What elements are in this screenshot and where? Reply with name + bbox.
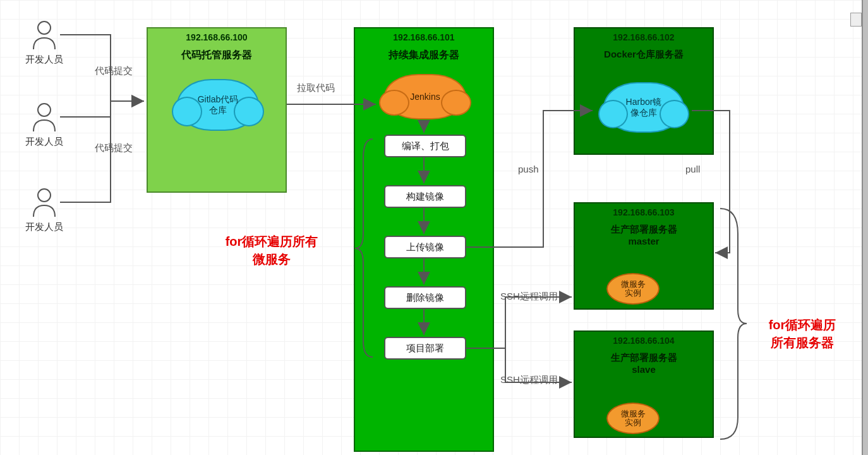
ellipse-label: 微服务 实例 (621, 410, 646, 428)
server-ip: 192.168.66.102 (575, 32, 713, 42)
server-title: 生产部署服务器 slave (575, 352, 713, 375)
jenkins-cloud-icon: Jenkins (384, 74, 466, 119)
ellipse-label: 微服务 实例 (621, 280, 646, 298)
edge-label-commit: 代码提交 (95, 65, 133, 77)
page-binding-edge (862, 0, 868, 455)
developer-label: 开发人员 (19, 221, 69, 233)
step-compile-package: 编译、打包 (384, 135, 466, 157)
step-label: 项目部署 (406, 343, 444, 355)
step-label: 构建镜像 (406, 191, 444, 203)
person-icon (28, 19, 60, 51)
person-icon (28, 101, 60, 133)
server-title: 生产部署服务器 master (575, 224, 713, 246)
gitlab-cloud-icon: Gitlab代码 仓库 (177, 79, 259, 131)
server-ip: 192.168.66.100 (148, 32, 286, 42)
microservice-instance-ellipse: 微服务 实例 (606, 403, 660, 434)
edge-label-ssh: SSH远程调用 (500, 374, 558, 386)
svg-point-2 (38, 189, 51, 202)
note-for-loop-microservices: for循环遍历所有 微服务 (202, 233, 341, 268)
cloud-label: Harbor镜 像仓库 (626, 97, 662, 118)
step-build-image: 构建镜像 (384, 185, 466, 208)
developer-label: 开发人员 (19, 136, 69, 148)
harbor-cloud-icon: Harbor镜 像仓库 (603, 82, 684, 133)
edge-label-commit: 代码提交 (95, 142, 133, 154)
step-remove-image: 删除镜像 (384, 286, 466, 309)
developer-label: 开发人员 (19, 54, 69, 66)
edge-label-push: push (518, 164, 539, 174)
edge-label-pull-code: 拉取代码 (297, 82, 335, 94)
edge-label-ssh: SSH远程调用 (500, 291, 558, 303)
server-title: Docker仓库服务器 (575, 49, 713, 61)
step-label: 上传镜像 (406, 241, 444, 253)
step-deploy: 项目部署 (384, 337, 466, 360)
edge-label-pull: pull (685, 164, 700, 174)
cloud-label: Jenkins (410, 92, 440, 102)
person-icon (28, 186, 60, 218)
cloud-label: Gitlab代码 仓库 (198, 94, 239, 116)
svg-point-1 (38, 104, 51, 116)
microservice-instance-ellipse: 微服务 实例 (606, 273, 660, 305)
server-ip: 192.168.66.101 (355, 32, 493, 42)
step-label: 编译、打包 (402, 140, 449, 152)
page-corner-mark (850, 13, 862, 27)
server-title: 代码托管服务器 (148, 49, 286, 62)
server-title: 持续集成服务器 (355, 49, 493, 62)
svg-point-0 (38, 21, 51, 34)
server-ip: 192.168.66.103 (575, 207, 713, 217)
server-ip: 192.168.66.104 (575, 336, 713, 346)
note-for-loop-servers: for循环遍历 所有服务器 (752, 316, 853, 351)
step-push-image: 上传镜像 (384, 236, 466, 258)
step-label: 删除镜像 (406, 292, 444, 304)
